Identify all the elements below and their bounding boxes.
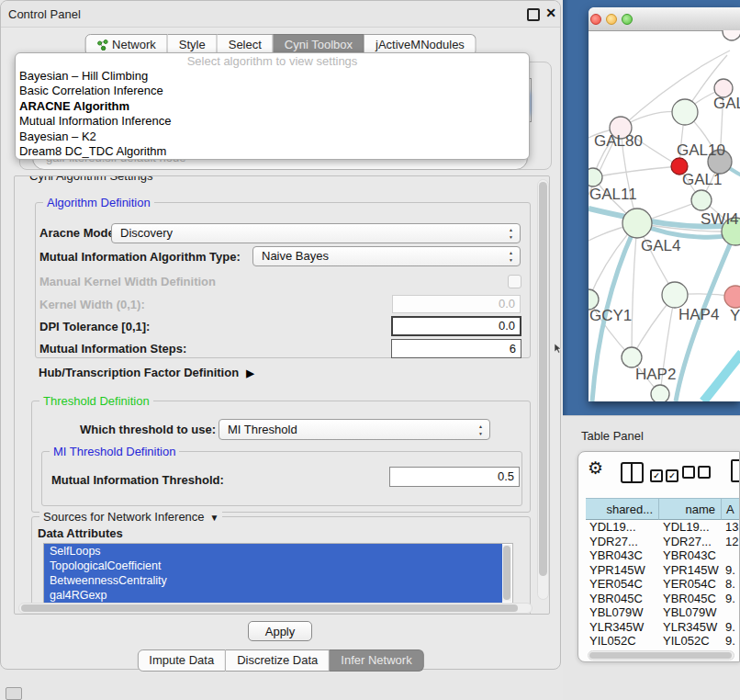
checked-box-icon: ✓ [650, 469, 663, 482]
which-threshold-combo[interactable]: MI Threshold ▲▼ [219, 419, 490, 440]
mi-threshold-group-label: MI Threshold Definition [50, 445, 179, 458]
dock-panel-icon[interactable] [6, 687, 22, 700]
list-item[interactable]: gal4RGexp [44, 588, 502, 603]
window-zoom-button[interactable] [622, 14, 633, 25]
expanded-arrow-icon: ▼ [210, 513, 219, 523]
kernel-width-label: Kernel Width (0,1): [39, 298, 145, 311]
node-label: GAL11 [589, 186, 637, 203]
tab-network-label: Network [112, 38, 156, 51]
table-row[interactable]: YIL052CYIL052C9. [586, 634, 740, 648]
mouse-cursor [555, 341, 563, 357]
node [723, 30, 740, 40]
combo-stepper-icon: ▲▼ [507, 249, 515, 264]
window-minimize-button[interactable] [606, 14, 617, 25]
table-row[interactable]: YBR045CYBR045C9. [586, 592, 740, 606]
dpi-tolerance-field[interactable]: 0.0 [391, 316, 521, 336]
table-row[interactable]: YBR043CYBR043C [586, 548, 740, 563]
dropdown-item-selected[interactable]: ARACNE Algorithm [16, 99, 529, 114]
close-icon[interactable]: ✕ [545, 6, 556, 20]
node-label: GAL [713, 95, 740, 112]
mi-steps-label: Mutual Information Steps: [39, 342, 186, 356]
document-icon[interactable] [731, 459, 740, 482]
dropdown-item[interactable]: Mutual Information Inference [16, 114, 529, 129]
node-label: HAP2 [635, 366, 676, 383]
aracne-mode-combo[interactable]: Discovery ▲▼ [111, 223, 521, 243]
unchecked-box-icon [698, 466, 711, 479]
window-close-button[interactable] [590, 14, 601, 25]
list-item[interactable]: TopologicalCoefficient [44, 559, 502, 573]
dpi-tolerance-label: DPI Tolerance [0,1]: [39, 320, 150, 333]
settings-horizontal-scrollbar[interactable] [18, 603, 533, 614]
dropdown-item[interactable]: Bayesian – K2 [16, 130, 529, 144]
sources-group: Sources for Network Inference▼ Data Attr… [31, 516, 531, 615]
node-label: GAL80 [594, 132, 643, 150]
table-row[interactable]: YER054CYER054C8. [586, 577, 740, 592]
apply-button[interactable]: Apply [248, 621, 312, 641]
node-gal4 [622, 209, 652, 238]
control-panel-title: Control Panel [8, 7, 81, 21]
sources-group-toggle[interactable]: Sources for Network Inference▼ [39, 510, 222, 524]
algorithm-definition-label: Algorithm Definition [43, 196, 154, 209]
bottom-tabstrip: Impute Data Discretize Data Infer Networ… [137, 649, 423, 672]
collapsed-arrow-icon: ▶ [246, 367, 253, 379]
list-item[interactable]: BetweennessCentrality [44, 573, 502, 588]
tab-infer-network[interactable]: Infer Network [330, 649, 423, 672]
table-row[interactable]: YBL079WYBL079W [586, 605, 740, 620]
desktop-background: GAL GAL80 GAL10 GAL1 GAL11 GAL4 SWI4 GCY… [563, 0, 740, 415]
table-panel-window: ⚙ ✓✓ shared... name A YDL19...YDL19...13… [577, 451, 740, 662]
screen: Control Panel ✕ Network Style Select [0, 0, 740, 700]
hub-section-toggle[interactable]: Hub/Transcription Factor Definition▶ [39, 366, 254, 379]
columns-icon[interactable] [621, 462, 644, 483]
mi-steps-field[interactable]: 6 [391, 339, 521, 358]
column-header[interactable]: shared... [586, 498, 659, 520]
threshold-definition-group: Threshold Definition Which threshold to … [31, 401, 531, 513]
gear-icon[interactable]: ⚙ [588, 457, 603, 478]
node-label: GAL4 [641, 237, 680, 254]
node-hap4 [662, 282, 688, 308]
table-row[interactable]: YLR345WYLR345W9. [586, 620, 740, 635]
which-threshold-label: Which threshold to use: [80, 423, 216, 436]
node-hap2 [622, 347, 642, 367]
dropdown-item[interactable]: Basic Correlation Inference [16, 84, 529, 98]
node-label: Y [730, 307, 740, 324]
kernel-width-field[interactable]: 0.0 [392, 295, 521, 313]
node-label: GAL1 [682, 171, 722, 188]
node-gal1 [691, 190, 712, 210]
node-gal11 [589, 168, 602, 186]
mi-threshold-group: MI Threshold Definition Mutual Informati… [41, 451, 522, 506]
aracne-mode-value: Discovery [120, 226, 173, 240]
tab-discretize-data[interactable]: Discretize Data [226, 649, 330, 672]
mi-threshold-field[interactable]: 0.5 [389, 467, 520, 487]
node-label: HAP4 [678, 306, 719, 323]
algorithm-definition-group: Algorithm Definition Aracne Mode: Discov… [35, 202, 531, 358]
network-window-titlebar[interactable] [589, 7, 740, 31]
list-scrollbar[interactable] [502, 545, 511, 602]
table-row[interactable]: YDL19...YDL19...13 [586, 520, 740, 535]
column-header[interactable]: A [722, 498, 740, 520]
mi-type-combo[interactable]: Naive Bayes ▲▼ [252, 246, 521, 266]
dropdown-item[interactable]: Bayesian – Hill Climbing [16, 69, 529, 84]
table-panel-region: Table Panel ⚙ ✓✓ shared... name A YDL19.… [563, 415, 740, 700]
table-row[interactable]: YDR27...YDR27...12 [586, 535, 740, 549]
manual-kernel-checkbox[interactable] [508, 275, 521, 288]
dropdown-item[interactable]: Dream8 DC_TDC Algorithm [16, 144, 529, 159]
select-all-checks-icon[interactable]: ✓✓ [650, 466, 681, 482]
cyni-settings-group-label: Cyni Algorithm Settings [26, 175, 156, 183]
tab-impute-data[interactable]: Impute Data [137, 649, 226, 672]
node-label: SWI4 [701, 210, 739, 228]
column-header[interactable]: name [659, 498, 722, 520]
tab-cyni-toolbox-label: Cyni Toolbox [285, 38, 353, 51]
sources-group-label: Sources for Network Inference [43, 510, 205, 524]
table-panel-title: Table Panel [581, 429, 644, 443]
settings-vertical-scrollbar[interactable] [537, 179, 549, 600]
table-horizontal-scrollbar[interactable] [588, 650, 734, 660]
unselect-all-boxes-icon[interactable] [682, 466, 713, 482]
network-graph: GAL GAL80 GAL10 GAL1 GAL11 GAL4 SWI4 GCY… [589, 30, 740, 401]
tab-jactivemnodules-label: jActiveMNodules [376, 38, 465, 51]
table-row[interactable]: YPR145WYPR145W9. [586, 563, 740, 578]
table-header: shared... name A [586, 498, 740, 520]
float-panel-icon[interactable] [527, 8, 540, 21]
algorithm-dropdown-popup: Select algorithm to view settings Bayesi… [15, 52, 530, 160]
list-item[interactable]: SelfLoops [44, 544, 502, 559]
tab-discretize-data-label: Discretize Data [237, 653, 318, 667]
